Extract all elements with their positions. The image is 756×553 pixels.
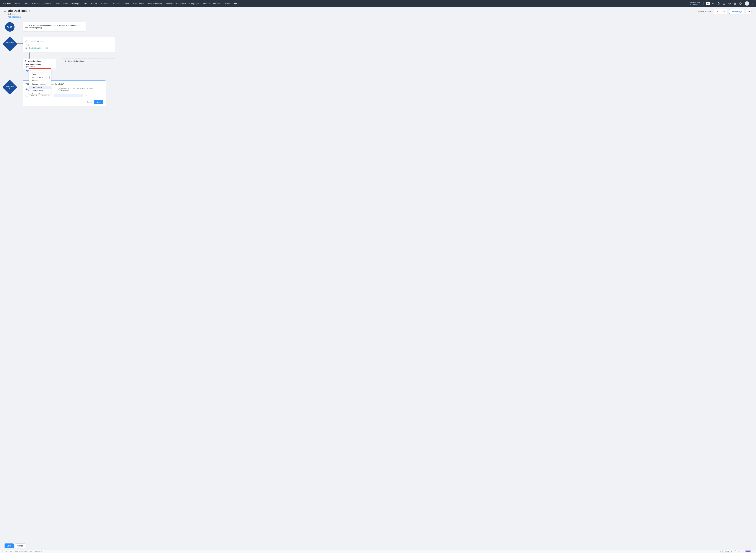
svg-point-8 bbox=[30, 70, 31, 71]
check-icon: ✓ bbox=[30, 73, 31, 75]
lightning-icon bbox=[24, 60, 27, 62]
search-icon[interactable] bbox=[711, 1, 715, 6]
cond2-next-button[interactable]: Next bbox=[94, 100, 103, 104]
cond-op: >= bbox=[37, 41, 39, 43]
header-right: This rule is active. Deactivate View Usa… bbox=[697, 9, 751, 14]
topbar-right: Enterprise-Trial UPGRADE ⋮ bbox=[689, 1, 754, 6]
nav-item-projects[interactable]: Projects bbox=[222, 0, 233, 7]
when-text-pre: This rule will be executed bbox=[25, 25, 46, 27]
calendar-icon[interactable] bbox=[722, 1, 726, 6]
dropdown-item-label: Closing Date bbox=[32, 86, 42, 88]
criteria-row: 1 None ▼ None ▼ + bbox=[25, 94, 103, 97]
criteria-op-select[interactable]: None ▼ bbox=[42, 94, 53, 97]
brand-name: CRM bbox=[5, 2, 11, 5]
nav-item-reports[interactable]: Reports bbox=[89, 0, 99, 7]
dropdown-item-none[interactable]: ✓None bbox=[29, 72, 51, 76]
radio-notmeet-input[interactable] bbox=[59, 88, 61, 90]
scheduled-actions-card[interactable]: Scheduled Actions bbox=[62, 59, 115, 64]
module-name: Deals bbox=[10, 13, 15, 15]
nav-item-vendors[interactable]: Vendors bbox=[201, 0, 212, 7]
upgrade-link[interactable]: UPGRADE bbox=[689, 3, 700, 5]
nav-item-analytics[interactable]: Analytics bbox=[99, 0, 110, 7]
dropdown-item-label: Created By bbox=[32, 93, 41, 94]
cond-num: 2 bbox=[25, 47, 28, 50]
condition1-card[interactable]: 1 Amount >= 1000 AND 2 Probability (%) =… bbox=[23, 37, 115, 53]
gear-icon[interactable] bbox=[738, 1, 743, 6]
cond-num: 1 bbox=[25, 41, 28, 43]
radio-notmeet-label: Deals that do not meet any of the above … bbox=[61, 87, 99, 91]
criteria-field-value: None bbox=[30, 94, 34, 96]
top-navbar: CRM HomeLeadsContactsAccountsDealsTasksM… bbox=[0, 0, 756, 7]
dropdown-search-input[interactable] bbox=[32, 69, 50, 72]
nav-item-deals[interactable]: Deals bbox=[53, 0, 61, 7]
nav-item-products[interactable]: Products bbox=[110, 0, 121, 7]
when-mid2: or is bbox=[65, 25, 70, 27]
topbar-kebab-icon[interactable]: ⋮ bbox=[750, 2, 754, 5]
criteria-field-select[interactable]: None ▼ bbox=[30, 94, 40, 97]
trial-block: Enterprise-Trial UPGRADE bbox=[689, 2, 700, 5]
when-b2: created bbox=[59, 25, 65, 27]
nav-item-tasks[interactable]: Tasks bbox=[61, 0, 70, 7]
view-usage-button[interactable]: View Usage bbox=[729, 9, 744, 14]
nav-item-accounts[interactable]: Accounts bbox=[42, 0, 53, 7]
bell-icon[interactable] bbox=[717, 1, 721, 6]
when-card[interactable]: This rule will be executed when a deal i… bbox=[23, 22, 86, 31]
workflow-canvas: WHEN This rule will be executed when a d… bbox=[5, 21, 751, 111]
add-description-link[interactable]: Add Description bbox=[8, 16, 30, 18]
cond2-cancel-link[interactable]: Cancel bbox=[87, 101, 92, 103]
instant-body: Email Notifications Big Deal Alert bbox=[23, 64, 56, 69]
nav-item-campaigns[interactable]: Campaigns bbox=[187, 0, 201, 7]
connector-line bbox=[17, 44, 23, 44]
add-criteria-icon[interactable]: + bbox=[86, 94, 87, 97]
cond1-label2: 1 bbox=[9, 44, 10, 46]
criteria-value-input[interactable] bbox=[54, 94, 83, 97]
nav-item-contacts[interactable]: Contacts bbox=[30, 0, 41, 7]
when-b1: when bbox=[46, 25, 51, 27]
nav-more-icon[interactable]: ••• bbox=[233, 2, 238, 5]
cond2-label2: 2 bbox=[9, 87, 10, 89]
cond-val: 1000 bbox=[40, 41, 44, 43]
chevron-down-icon: ▼ bbox=[36, 95, 37, 96]
popout-icon[interactable]: ⧉ bbox=[29, 9, 30, 12]
condition2-node[interactable]: CONDITION2 bbox=[2, 80, 17, 95]
cond-and: AND bbox=[26, 44, 112, 46]
radio-notmeet[interactable]: Deals that do not meet any of the above … bbox=[59, 87, 99, 91]
dropdown-item-label: None bbox=[32, 73, 36, 75]
nav-item-sales-orders[interactable]: Sales Orders bbox=[131, 0, 146, 7]
drawer-icon[interactable] bbox=[733, 1, 737, 6]
trial-label: Enterprise-Trial bbox=[689, 2, 700, 3]
nav-item-services[interactable]: Services bbox=[212, 0, 222, 7]
avatar[interactable] bbox=[745, 1, 749, 6]
nav-item-purchase-orders[interactable]: Purchase Orders bbox=[146, 0, 164, 7]
when-node[interactable]: WHEN bbox=[5, 22, 14, 31]
dropdown-item-closing-date[interactable]: Closing Date bbox=[29, 86, 51, 89]
when-mid1: a deal is bbox=[51, 25, 59, 27]
nav-item-calls[interactable]: Calls bbox=[81, 0, 89, 7]
hourglass-icon bbox=[64, 60, 66, 62]
nav-item-quotes[interactable]: Quotes bbox=[121, 0, 131, 7]
radio-matching-input[interactable] bbox=[25, 88, 27, 90]
criteria-op-value: None bbox=[42, 94, 47, 96]
add-button[interactable] bbox=[706, 1, 710, 6]
nav-item-leads[interactable]: Leads bbox=[22, 0, 30, 7]
instant-sub2: Big Deal Alert bbox=[24, 66, 54, 68]
dropdown-item-account-name[interactable]: Account Name bbox=[29, 76, 51, 79]
connector-line bbox=[56, 61, 62, 61]
nav-item-home[interactable]: Home bbox=[13, 0, 22, 7]
rule-status-text: This rule is active. bbox=[697, 10, 712, 13]
dropdown-item-campaign-source[interactable]: Campaign Source bbox=[29, 82, 51, 86]
dropdown-item-contact-name[interactable]: Contact Name bbox=[29, 89, 51, 92]
dropdown-item-created-by[interactable]: Created By bbox=[29, 92, 51, 94]
dropdown-item-amount[interactable]: Amount bbox=[29, 79, 51, 82]
deactivate-button[interactable]: Deactivate bbox=[713, 9, 728, 14]
nav-item-invoices[interactable]: Invoices bbox=[164, 0, 174, 7]
nav-item-meetings[interactable]: Meetings bbox=[70, 0, 81, 7]
back-arrow-icon[interactable]: ← bbox=[3, 9, 6, 13]
svg-rect-4 bbox=[729, 3, 731, 4]
nav-item-salesinbox[interactable]: SalesInbox bbox=[174, 0, 187, 7]
header-more-button[interactable]: ••• bbox=[746, 9, 751, 14]
condition1-node[interactable]: CONDITION1 bbox=[2, 36, 17, 52]
cond1-row-1: 1 Amount >= 1000 bbox=[25, 41, 112, 43]
clock-icon[interactable] bbox=[728, 1, 732, 6]
nav-items: HomeLeadsContactsAccountsDealsTasksMeeti… bbox=[13, 0, 233, 7]
